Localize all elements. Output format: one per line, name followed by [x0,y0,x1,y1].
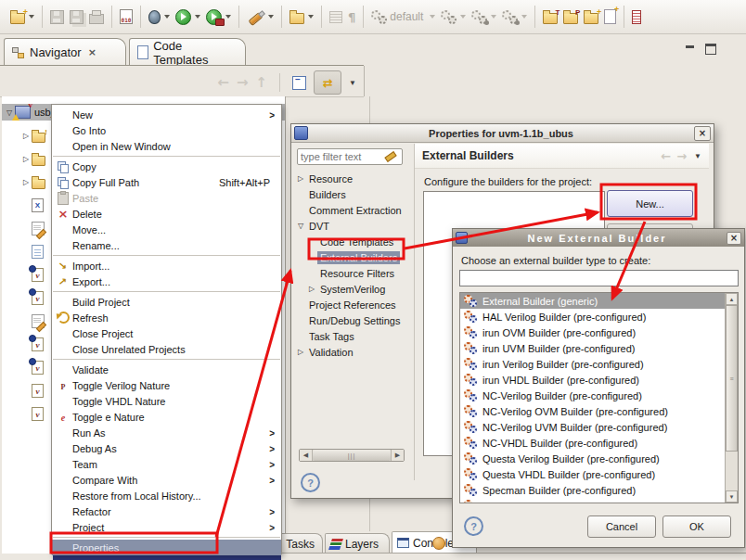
menu-item-project[interactable]: Project [52,519,281,535]
menu-item-validate[interactable]: Validate [52,362,281,377]
new-builder-titlebar[interactable]: New External Builder [453,229,744,247]
expand-arrow-icon[interactable] [295,348,306,356]
tree-item-comment-extraction[interactable]: Comment Extraction [295,202,412,218]
new-button[interactable]: New... [607,190,693,217]
close-icon[interactable] [727,232,741,245]
menu-item-move[interactable]: Move... [52,222,281,237]
gear-dropdown-3[interactable] [499,5,530,29]
builder-item[interactable]: NC-Verilog UVM Builder (pre-configured) [460,419,738,435]
tree-row[interactable] [2,263,50,286]
menu-item-delete[interactable]: Delete [52,206,281,222]
link-with-editor-icon[interactable]: ⇄ [314,70,341,95]
tree-item-code-templates[interactable]: Code Templates [295,234,412,249]
scroll-down-icon[interactable]: ▼ [726,490,738,503]
collapse-all-icon[interactable] [292,76,306,90]
menu-item-build-project[interactable]: Build Project [52,294,281,310]
menu-item-refactor[interactable]: Refactor [52,503,281,519]
vertical-scrollbar[interactable]: ▲ ≡ ▼ [725,293,738,503]
builder-item-partial[interactable] [460,498,738,503]
builder-item[interactable]: irun Verilog Builder (pre-configured) [460,356,738,372]
gear-dropdown-1[interactable] [438,5,469,29]
collapse-arrow-icon[interactable] [295,222,306,230]
menu-item-compare-with[interactable]: Compare With [52,472,281,488]
minimize-view-button[interactable] [685,44,697,54]
expand-arrow-icon[interactable] [20,155,32,163]
cancel-button[interactable]: Cancel [587,515,656,538]
tree-row[interactable] [2,171,50,194]
back-arrow-icon[interactable]: ← [217,74,229,91]
menu-item-properties[interactable]: Properties [52,540,281,555]
builder-item[interactable]: irun VHDL Builder (pre-configured) [460,372,738,388]
scroll-right-icon[interactable]: ▶ [391,450,404,461]
tree-row[interactable] [2,217,50,240]
binary-view-button[interactable] [117,5,135,29]
builder-item[interactable]: NC-VHDL Builder (pre-configured) [460,435,738,451]
block-selection-button[interactable] [327,5,345,29]
tab-code-templates[interactable]: Code Templates [129,38,246,66]
builder-item[interactable]: Questa VHDL Builder (pre-configured) [460,466,738,482]
builder-item[interactable]: irun OVM Builder (pre-configured) [460,325,738,340]
menu-item-paste[interactable]: Paste [52,190,281,206]
builder-filter-input[interactable] [459,270,739,286]
print-button[interactable] [86,5,107,29]
build-config-dropdown[interactable]: default [368,5,438,29]
builder-item[interactable]: Specman Builder (pre-configured) [460,482,738,498]
tree-row[interactable] [2,147,50,171]
builder-item[interactable]: External Builder (generic) [460,293,738,309]
scroll-up-icon[interactable]: ▲ [726,293,738,305]
maximize-view-button[interactable] [705,44,717,54]
menu-item-team[interactable]: Team [52,456,281,472]
menu-item-import[interactable]: Import... [52,258,281,274]
save-button[interactable] [47,5,67,29]
scrollbar-thumb[interactable]: ||| [313,450,391,461]
new-testbench-button[interactable]: T [540,5,560,29]
clipped-toolbar-button[interactable] [629,5,644,29]
tab-layers[interactable]: Layers [325,533,390,554]
tree-item-dvt[interactable]: DVT [295,218,412,234]
menu-item-toggle-e-nature[interactable]: Toggle e Nature [52,409,281,425]
menu-item-new[interactable]: New [52,107,281,122]
menu-item-refresh[interactable]: Refresh [52,310,281,325]
show-whitespace-button[interactable]: ¶ [345,5,358,29]
new-wizard-button[interactable]: + [7,5,37,29]
builder-item[interactable]: HAL Verilog Builder (pre-configured) [460,309,738,325]
help-button[interactable] [301,473,320,492]
menu-item-toggle-vhdl-nature[interactable]: Toggle VHDL Nature [52,393,281,409]
run-external-tools-button[interactable] [203,5,234,29]
tree-item-validation[interactable]: Validation [295,344,412,360]
run-button[interactable] [173,5,203,29]
tree-row[interactable] [2,379,50,402]
tree-item-resource-filters[interactable]: Resource Filters [295,265,412,281]
tree-row[interactable] [2,194,50,217]
menu-item-rename[interactable]: Rename... [52,237,281,253]
tree-row[interactable]: ! [2,124,50,147]
scrollbar-thumb[interactable]: ≡ [726,305,738,452]
up-arrow-icon[interactable]: ↑ [256,74,268,91]
menu-item-debug-as[interactable]: Debug As [52,440,281,456]
builder-item[interactable]: NC-Verilog Builder (pre-configured) [460,388,738,403]
tree-item-project-references[interactable]: Project References [295,297,412,312]
view-menu-icon[interactable]: ▼ [694,152,701,160]
forward-arrow-icon[interactable]: → [676,149,687,163]
ok-button[interactable]: OK [662,515,731,538]
expand-arrow-icon[interactable] [295,174,306,183]
filter-input[interactable] [298,151,384,162]
close-icon[interactable] [694,126,711,141]
expand-arrow-icon[interactable] [20,132,32,140]
tree-item-builders[interactable]: Builders [295,186,412,202]
menu-item-run-as[interactable]: Run As [52,425,281,440]
expand-arrow-icon[interactable] [306,285,317,293]
debug-button[interactable] [146,5,173,29]
horizontal-scrollbar[interactable]: ◀ ||| ▶ [299,449,405,462]
tree-row[interactable] [2,286,50,310]
menu-item-toggle-verilog-nature[interactable]: Toggle Verilog Nature [52,377,281,393]
help-button[interactable] [464,516,483,536]
tree-item-task-tags[interactable]: Task Tags [295,328,412,344]
builder-item[interactable]: NC-Verilog OVM Builder (pre-configured) [460,403,738,419]
expand-arrow-icon[interactable] [20,178,32,186]
properties-dialog-titlebar[interactable]: Properties for uvm-1.1b_ubus [291,124,714,143]
menu-item-copy[interactable]: Copy [52,159,281,174]
new-project-button[interactable]: P [560,5,581,29]
builder-type-list[interactable]: External Builder (generic) HAL Verilog B… [459,292,739,503]
tree-row[interactable] [2,310,50,333]
